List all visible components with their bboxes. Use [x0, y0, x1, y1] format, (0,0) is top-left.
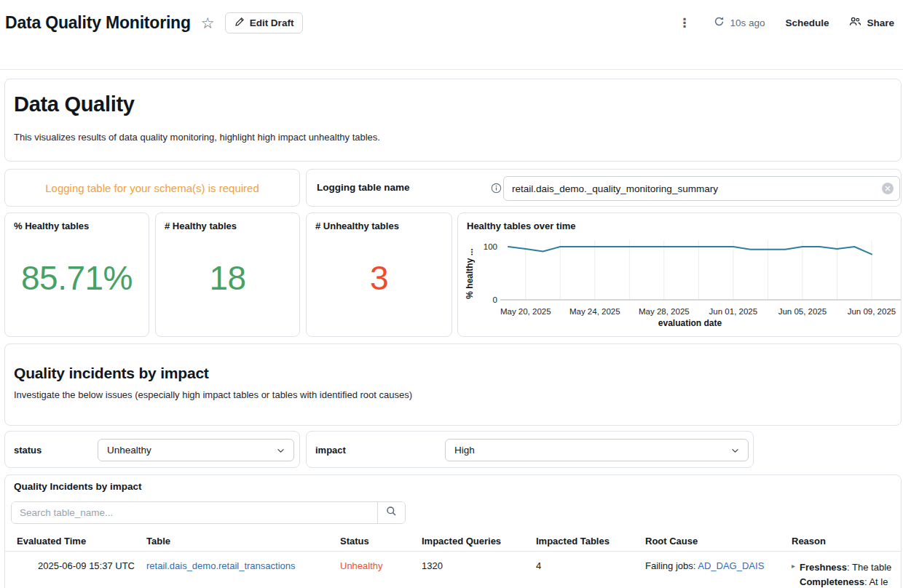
clear-input-icon[interactable]	[882, 183, 894, 194]
table-row: 2025-06-09 15:37 UTC retail.dais_demo.re…	[5, 552, 902, 588]
chevron-down-icon	[731, 445, 739, 456]
edit-draft-label: Edit Draft	[250, 17, 294, 28]
column-header[interactable]: Impacted Queries	[422, 536, 536, 547]
column-header[interactable]: Table	[146, 536, 340, 547]
top-bar: Data Quality Monitoring ☆ Edit Draft ⋮ 1…	[0, 0, 903, 45]
incidents-table-title: Quality Incidents by impact	[14, 481, 142, 492]
impact-filter-label: impact	[315, 445, 346, 456]
refresh-timestamp: 10s ago	[730, 17, 765, 28]
edit-draft-button[interactable]: Edit Draft	[225, 12, 304, 33]
column-header[interactable]: Status	[340, 536, 422, 547]
people-icon	[849, 16, 861, 29]
logging-table-label: Logging table name	[317, 182, 410, 193]
cell-impacted-queries: 1320	[422, 560, 536, 571]
svg-text:May 24, 2025: May 24, 2025	[569, 307, 620, 316]
search-icon	[386, 506, 397, 520]
overview-description: This visualizes results of data quality …	[14, 132, 380, 143]
cell-reason: ▸ Freshness: The table Completeness: At …	[792, 560, 902, 588]
search-input[interactable]	[12, 502, 377, 523]
logging-table-input[interactable]	[503, 176, 900, 201]
column-header[interactable]: Evaluated Time	[5, 536, 146, 547]
status-filter-label: status	[14, 445, 42, 456]
impact-filter-select[interactable]: High	[445, 439, 749, 461]
share-button[interactable]: Share	[849, 16, 894, 29]
stat-label: # Unhealthy tables	[315, 220, 399, 231]
svg-text:100: 100	[484, 242, 497, 251]
chevron-down-icon	[277, 445, 285, 456]
table-search	[11, 501, 406, 524]
stat-label: # Healthy tables	[165, 220, 237, 231]
reason-label: Completeness	[800, 576, 864, 587]
overview-card: Data Quality This visualizes results of …	[4, 79, 902, 162]
svg-text:May 20, 2025: May 20, 2025	[500, 307, 551, 316]
reason-text: : At le	[864, 576, 888, 587]
column-header[interactable]: Reason	[792, 536, 902, 547]
cell-root-cause: Failing jobs: AD_DAG_DAIS	[645, 560, 792, 571]
kebab-menu-icon[interactable]: ⋮	[675, 15, 693, 31]
root-cause-job-link[interactable]: AD_DAG_DAIS	[698, 560, 764, 571]
pencil-icon	[234, 17, 245, 29]
info-icon[interactable]	[491, 183, 502, 196]
schedule-button[interactable]: Schedule	[785, 17, 829, 28]
status-filter-value: Unhealthy	[107, 445, 151, 456]
column-header[interactable]: Impacted Tables	[536, 536, 645, 547]
svg-text:evaluation date: evaluation date	[658, 318, 722, 328]
svg-text:% healthy ...: % healthy ...	[465, 248, 475, 298]
expand-row-icon[interactable]: ▸	[792, 560, 795, 588]
favorite-star-icon[interactable]: ☆	[201, 15, 215, 31]
stat-card-num-unhealthy: # Unhealthy tables 3	[306, 212, 452, 337]
healthy-over-time-card: Healthy tables over time 0100May 20, 202…	[457, 212, 902, 337]
incidents-description: Investigate the below issues (especially…	[14, 389, 412, 400]
svg-text:0: 0	[493, 295, 497, 304]
healthy-tables-chart: 0100May 20, 2025May 24, 2025May 28, 2025…	[458, 234, 902, 335]
incidents-table-card: Quality Incidents by impact Evaluated Ti…	[4, 474, 902, 588]
table-header-row: Evaluated Time Table Status Impacted Que…	[5, 531, 902, 552]
stat-value: 18	[156, 258, 299, 298]
refresh-button[interactable]: 10s ago	[714, 16, 765, 29]
incidents-title: Quality incidents by impact	[14, 365, 209, 382]
incidents-section-card: Quality incidents by impact Investigate …	[4, 343, 902, 426]
svg-text:May 28, 2025: May 28, 2025	[639, 307, 690, 316]
column-header[interactable]: Root Cause	[645, 536, 792, 547]
stat-card-pct-healthy: % Healthy tables 85.71%	[4, 212, 149, 337]
stat-value: 3	[307, 258, 452, 298]
cell-status: Unhealthy	[340, 560, 383, 571]
cell-table-link[interactable]: retail.dais_demo.retail_transactions	[146, 560, 296, 571]
share-label: Share	[867, 17, 894, 28]
impact-filter-value: High	[454, 445, 475, 456]
reason-text: : The table	[847, 562, 891, 573]
overview-title: Data Quality	[14, 92, 135, 116]
svg-text:Jun 01, 2025: Jun 01, 2025	[709, 307, 758, 316]
logging-warning-card: Logging table for your schema(s) is requ…	[4, 169, 300, 207]
stat-value: 85.71%	[5, 258, 149, 298]
logging-table-card: Logging table name	[306, 169, 902, 207]
stat-card-num-healthy: # Healthy tables 18	[155, 212, 300, 337]
cell-impacted-tables: 4	[536, 560, 645, 571]
search-button[interactable]	[377, 502, 405, 523]
logging-warning-text: Logging table for your schema(s) is requ…	[45, 182, 259, 194]
page-title: Data Quality Monitoring	[5, 13, 191, 33]
impact-filter-card: impact High	[306, 431, 754, 468]
dashboard-page: Data Quality Monitoring ☆ Edit Draft ⋮ 1…	[0, 0, 903, 588]
svg-text:Jun 05, 2025: Jun 05, 2025	[778, 307, 827, 316]
cell-evaluated-time: 2025-06-09 15:37 UTC	[5, 560, 146, 571]
header-divider	[0, 69, 903, 70]
stat-label: % Healthy tables	[14, 220, 89, 231]
refresh-icon	[714, 16, 725, 29]
svg-text:Jun 09, 2025: Jun 09, 2025	[848, 307, 896, 316]
status-filter-select[interactable]: Unhealthy	[98, 439, 294, 461]
reason-label: Freshness	[800, 562, 847, 573]
status-filter-card: status Unhealthy	[4, 431, 300, 468]
chart-title: Healthy tables over time	[467, 220, 576, 231]
